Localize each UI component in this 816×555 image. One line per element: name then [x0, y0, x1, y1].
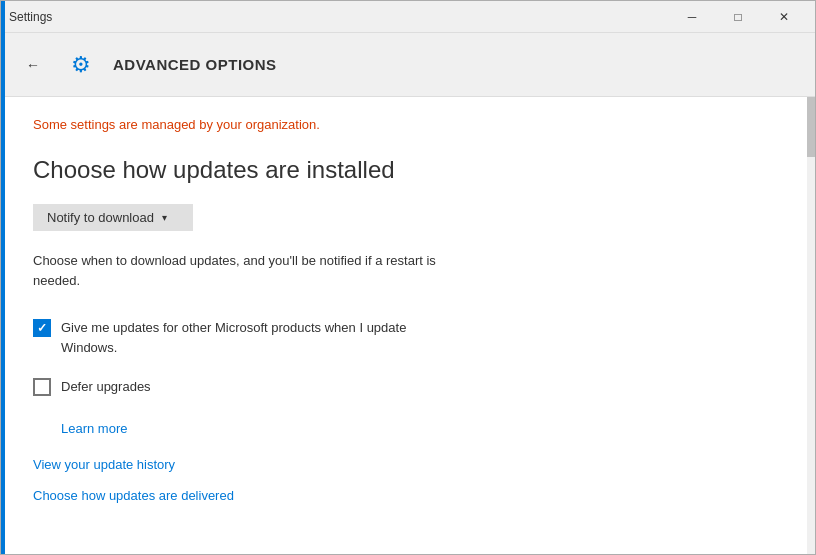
learn-more-link[interactable]: Learn more [61, 421, 127, 436]
org-notice: Some settings are managed by your organi… [33, 117, 783, 132]
checkbox-container-2: Defer upgrades [33, 377, 151, 397]
close-button[interactable]: ✕ [761, 1, 807, 33]
checkbox-defer-label: Defer upgrades [61, 377, 151, 397]
section-title: Choose how updates are installed [33, 156, 783, 184]
chevron-down-icon: ▾ [162, 212, 167, 223]
page-title: ADVANCED OPTIONS [113, 56, 277, 73]
title-bar-left: Settings [9, 10, 669, 24]
defer-section: Defer upgrades Learn more [33, 377, 783, 437]
content-area: Some settings are managed by your organi… [1, 97, 815, 554]
checkbox-row-2: Defer upgrades [33, 377, 783, 397]
checkbox-row-1: Give me updates for other Microsoft prod… [33, 318, 783, 357]
checkbox-defer-upgrades[interactable] [33, 378, 51, 396]
scrollbar-track [807, 97, 815, 554]
window-title: Settings [9, 10, 52, 24]
description-text: Choose when to download updates, and you… [33, 251, 453, 290]
update-mode-dropdown[interactable]: Notify to download ▾ [33, 204, 193, 231]
header-bar: ← ⚙ ADVANCED OPTIONS [1, 33, 815, 97]
update-history-link[interactable]: View your update history [33, 457, 783, 472]
window: Settings ─ □ ✕ ← ⚙ ADVANCED OPTIONS Some… [0, 0, 816, 555]
dropdown-label: Notify to download [47, 210, 154, 225]
title-bar-controls: ─ □ ✕ [669, 1, 807, 33]
title-bar: Settings ─ □ ✕ [1, 1, 815, 33]
links-section: View your update history Choose how upda… [33, 457, 783, 503]
update-delivery-link[interactable]: Choose how updates are delivered [33, 488, 783, 503]
checkbox-ms-products[interactable] [33, 319, 51, 337]
scrollbar-thumb[interactable] [807, 97, 815, 157]
minimize-button[interactable]: ─ [669, 1, 715, 33]
back-button[interactable]: ← [17, 49, 49, 81]
checkbox-container-1: Give me updates for other Microsoft prod… [33, 318, 441, 357]
maximize-button[interactable]: □ [715, 1, 761, 33]
checkbox-ms-products-label: Give me updates for other Microsoft prod… [61, 318, 441, 357]
gear-icon: ⚙ [65, 49, 97, 81]
